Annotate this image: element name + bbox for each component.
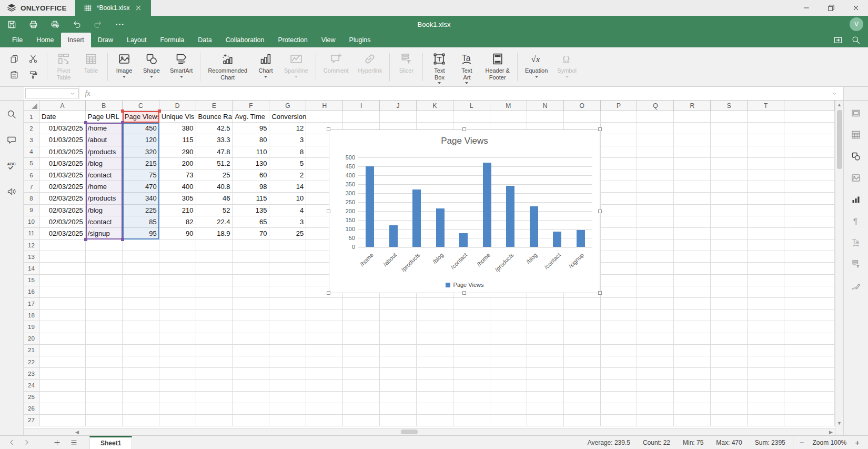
cell[interactable]: [674, 263, 711, 274]
text-box-caret-icon[interactable]: [438, 82, 441, 84]
cell[interactable]: [343, 380, 380, 391]
row-header-10[interactable]: 10: [24, 216, 39, 228]
cell[interactable]: [233, 392, 269, 403]
cell[interactable]: [39, 298, 86, 310]
cell[interactable]: [233, 263, 269, 274]
cell[interactable]: [711, 286, 748, 298]
cell[interactable]: [343, 415, 380, 426]
cell[interactable]: [637, 415, 674, 426]
cell[interactable]: Page Views: [123, 111, 159, 123]
cell[interactable]: [784, 298, 835, 310]
cell[interactable]: [123, 333, 159, 345]
shape-button[interactable]: Shape: [138, 48, 165, 85]
cell[interactable]: [417, 345, 453, 356]
cell[interactable]: [123, 298, 159, 310]
cell[interactable]: [674, 205, 711, 216]
cell[interactable]: [233, 251, 269, 263]
chart-button[interactable]: Chart: [252, 48, 279, 85]
cell[interactable]: [123, 240, 159, 251]
cell[interactable]: [748, 205, 784, 216]
cell[interactable]: [490, 368, 527, 380]
cell[interactable]: [637, 134, 674, 146]
tab-layout[interactable]: Layout: [120, 33, 154, 47]
row-header-27[interactable]: 27: [24, 415, 39, 426]
cell[interactable]: 73: [159, 169, 196, 181]
cell[interactable]: Avg. Time: [233, 111, 269, 123]
search-icon[interactable]: [6, 109, 17, 122]
cell[interactable]: [711, 415, 748, 426]
cell[interactable]: [269, 310, 306, 321]
chart-selection-handle[interactable]: [598, 209, 602, 213]
cut-button[interactable]: [26, 52, 40, 66]
cell[interactable]: [601, 146, 638, 158]
row-header-7[interactable]: 7: [24, 181, 39, 193]
cell[interactable]: Date: [39, 111, 86, 123]
cell[interactable]: 47.8: [196, 146, 233, 158]
cell[interactable]: [233, 333, 269, 345]
copy-button[interactable]: [7, 52, 21, 66]
cell[interactable]: 215: [123, 158, 159, 169]
cell[interactable]: 3: [269, 216, 306, 228]
tab-file[interactable]: File: [5, 33, 29, 47]
cell[interactable]: [453, 356, 490, 368]
cell[interactable]: [86, 403, 123, 415]
cell[interactable]: [39, 240, 86, 251]
cell[interactable]: [748, 415, 784, 426]
cell[interactable]: [453, 310, 490, 321]
cell[interactable]: [601, 286, 638, 298]
cell[interactable]: [269, 321, 306, 333]
chart-settings-icon[interactable]: [851, 194, 861, 205]
cell[interactable]: 340: [123, 193, 159, 204]
scroll-up-icon[interactable]: ▲: [835, 102, 843, 107]
cell[interactable]: [417, 321, 453, 333]
chart-bar[interactable]: [553, 232, 561, 247]
cell[interactable]: [637, 345, 674, 356]
cell[interactable]: [748, 380, 784, 391]
cell[interactable]: [748, 228, 784, 240]
cell[interactable]: [527, 380, 564, 391]
paste-button[interactable]: [7, 68, 21, 82]
cell[interactable]: [453, 298, 490, 310]
cell[interactable]: [86, 321, 123, 333]
cell[interactable]: [711, 216, 748, 228]
cell[interactable]: [601, 345, 638, 356]
cell[interactable]: [637, 240, 674, 251]
cell[interactable]: [39, 345, 86, 356]
equation-caret-icon[interactable]: [535, 76, 538, 78]
tab-insert[interactable]: Insert: [61, 33, 91, 47]
more-icon[interactable]: [115, 19, 125, 29]
cell[interactable]: 52: [196, 205, 233, 216]
cell[interactable]: [123, 380, 159, 391]
cell[interactable]: [748, 403, 784, 415]
cell[interactable]: [674, 111, 711, 123]
cell[interactable]: [674, 333, 711, 345]
cell[interactable]: [269, 403, 306, 415]
cell[interactable]: [159, 368, 196, 380]
cell[interactable]: [86, 356, 123, 368]
worksheet-grid[interactable]: ABCDEFGHIJKLMNOPQRST1DatePage URLPage Vi…: [24, 101, 835, 428]
cell[interactable]: [601, 169, 638, 181]
cell[interactable]: [637, 158, 674, 169]
search-icon[interactable]: [851, 35, 861, 45]
cell[interactable]: [417, 298, 453, 310]
cell[interactable]: [39, 380, 86, 391]
cell[interactable]: 4: [269, 205, 306, 216]
column-header-J[interactable]: J: [380, 101, 417, 111]
cell[interactable]: [39, 286, 86, 298]
cell[interactable]: [159, 392, 196, 403]
cell[interactable]: [86, 333, 123, 345]
cell[interactable]: [196, 321, 233, 333]
cell[interactable]: [711, 356, 748, 368]
row-header-4[interactable]: 4: [24, 146, 39, 158]
cell[interactable]: 75: [123, 169, 159, 181]
cell[interactable]: [233, 403, 269, 415]
cell[interactable]: [86, 286, 123, 298]
column-header-E[interactable]: E: [196, 101, 233, 111]
cell[interactable]: [380, 111, 417, 123]
cell[interactable]: [159, 251, 196, 263]
cell[interactable]: 40.8: [196, 181, 233, 193]
column-header-K[interactable]: K: [417, 101, 453, 111]
chart-bar[interactable]: [366, 166, 374, 247]
cell[interactable]: [490, 321, 527, 333]
cell[interactable]: [306, 333, 343, 345]
